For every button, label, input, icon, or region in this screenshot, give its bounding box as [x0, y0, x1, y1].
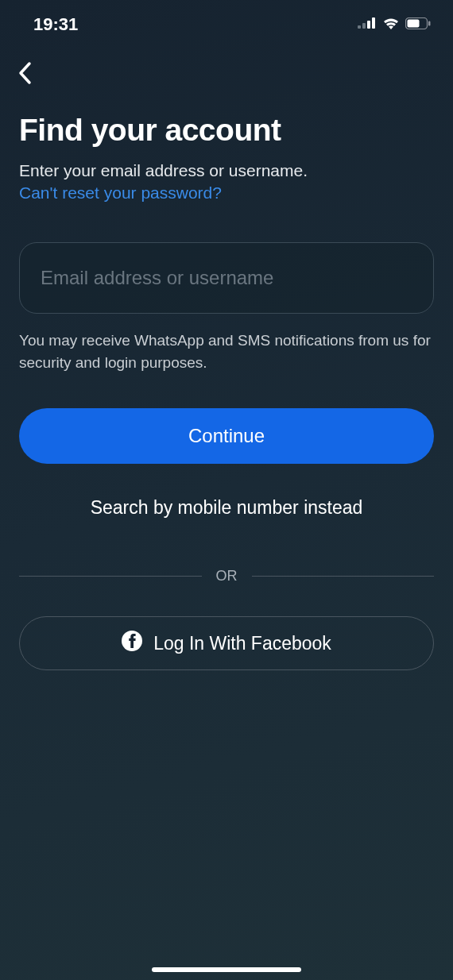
divider-line-left [19, 576, 202, 577]
wifi-icon [382, 17, 400, 33]
reset-password-link[interactable]: Can't reset your password? [19, 183, 434, 203]
svg-rect-6 [428, 21, 431, 25]
facebook-icon [122, 631, 142, 656]
chevron-left-icon [17, 61, 32, 88]
page-subtitle: Enter your email address or username. [19, 159, 434, 182]
nav-bar [0, 43, 453, 91]
divider: OR [19, 568, 434, 585]
status-time: 19:31 [33, 14, 78, 35]
cellular-icon [358, 17, 377, 32]
main-content: Find your account Enter your email addre… [0, 91, 453, 670]
email-username-input[interactable] [19, 242, 434, 314]
search-by-mobile-link[interactable]: Search by mobile number instead [19, 497, 434, 519]
status-indicators [358, 17, 431, 33]
svg-rect-1 [362, 23, 366, 29]
back-button[interactable] [17, 59, 49, 91]
svg-rect-5 [408, 19, 420, 27]
svg-rect-2 [367, 21, 370, 29]
continue-button[interactable]: Continue [19, 408, 434, 464]
svg-rect-0 [358, 25, 361, 29]
home-indicator[interactable] [152, 967, 301, 972]
notification-notice: You may receive WhatsApp and SMS notific… [19, 330, 434, 373]
divider-line-right [252, 576, 435, 577]
svg-rect-3 [372, 17, 375, 29]
status-bar: 19:31 [0, 0, 453, 43]
divider-text: OR [216, 568, 238, 585]
facebook-login-button[interactable]: Log In With Facebook [19, 616, 434, 670]
facebook-login-label: Log In With Facebook [153, 633, 331, 654]
battery-icon [405, 17, 431, 33]
page-title: Find your account [19, 113, 434, 148]
